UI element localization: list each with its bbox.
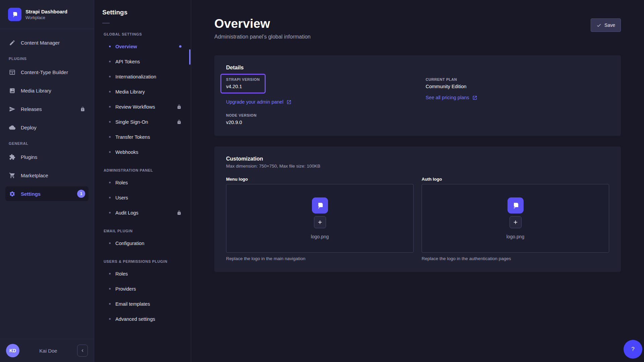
- subnav-title: Settings: [102, 9, 184, 16]
- subnav-item-transfer-tokens[interactable]: Transfer Tokens: [102, 129, 184, 144]
- menu-logo-label: Menu logo: [226, 177, 414, 182]
- subnav-item-single-sign-on[interactable]: Single Sign-On: [102, 114, 184, 129]
- subnav-item-label: Roles: [115, 271, 128, 277]
- upgrade-admin-panel-link[interactable]: Upgrade your admin panel: [226, 99, 291, 105]
- subnav-item-review-workflows[interactable]: Review Workflows: [102, 99, 184, 114]
- subnav-item-label: Advanced settings: [115, 316, 155, 322]
- subnav-item-webhooks[interactable]: Webhooks: [102, 144, 184, 160]
- subnav-item-advanced-settings[interactable]: Advanced settings: [102, 311, 184, 326]
- subnav-item-label: Media Library: [115, 89, 145, 95]
- subnav-item-overview[interactable]: Overview: [102, 39, 184, 54]
- subnav-item-media-library[interactable]: Media Library: [102, 84, 184, 99]
- sidebar-item-plugins[interactable]: Plugins: [5, 149, 89, 164]
- subnav-section-global-settings: GLOBAL SETTINGS: [104, 32, 184, 36]
- subnav-item-up-roles[interactable]: Roles: [102, 266, 184, 281]
- auth-logo-add-button[interactable]: [509, 216, 522, 228]
- subnav-item-users[interactable]: Users: [102, 190, 184, 205]
- subnav-item-label: Transfer Tokens: [115, 134, 150, 140]
- sidebar-item-label: Content Manager: [21, 40, 60, 46]
- auth-logo-label: Auth logo: [422, 177, 609, 182]
- main-content: Overview Administration panel’s global i…: [191, 0, 644, 362]
- pricing-plans-link[interactable]: See all pricing plans: [426, 95, 477, 100]
- bullet-icon: [109, 61, 111, 62]
- page-title: Overview: [214, 17, 311, 31]
- subnav-item-label: Configuration: [115, 241, 144, 246]
- subnav-section-users-permissions: USERS & PERMISSIONS PLUGIN: [104, 259, 184, 263]
- auth-logo-dropzone[interactable]: logo.png: [422, 184, 609, 253]
- external-link-icon: [472, 95, 477, 100]
- sidebar-item-label: Releases: [21, 106, 42, 112]
- bullet-icon: [109, 242, 111, 244]
- brand-text: Strapi Dashboard Workplace: [25, 8, 67, 20]
- bullet-icon: [109, 288, 111, 290]
- subnav-item-email-templates[interactable]: Email templates: [102, 296, 184, 311]
- subnav-item-api-tokens[interactable]: API Tokens: [102, 54, 184, 69]
- customization-subheading: Max dimension: 750×750, Max file size: 1…: [226, 164, 609, 169]
- subnav-item-audit-logs[interactable]: Audit Logs: [102, 205, 184, 220]
- details-card: Details STRAPI VERSION v4.20.1 Upgrade y…: [214, 55, 621, 136]
- subnav-item-label: Providers: [115, 286, 136, 292]
- subnav-item-label: Internationalization: [115, 74, 156, 79]
- subnav-item-label: Overview: [115, 44, 137, 49]
- sidebar-item-content-type-builder[interactable]: Content-Type Builder: [5, 65, 89, 79]
- strapi-version-highlight: STRAPI VERSION v4.20.1: [220, 74, 266, 94]
- bullet-icon: [109, 136, 111, 138]
- user-profile-row: KD Kai Doe: [0, 339, 94, 362]
- subnav-divider: [102, 23, 110, 23]
- auth-logo-caption: Replace the logo in the authentication p…: [422, 256, 609, 261]
- menu-logo-caption: Replace the logo in the main navigation: [226, 256, 414, 261]
- subnav-section-administration-panel: ADMINISTRATION PANEL: [104, 168, 184, 172]
- menu-logo-field: Menu logo logo.png Replace the logo in t…: [226, 177, 414, 261]
- bullet-icon: [109, 182, 111, 183]
- sidebar-item-content-manager[interactable]: Content Manager: [5, 35, 89, 50]
- subnav-item-configuration[interactable]: Configuration: [102, 236, 184, 251]
- menu-logo-add-button[interactable]: [314, 216, 326, 228]
- save-button[interactable]: Save: [591, 18, 621, 32]
- help-button[interactable]: ?: [624, 340, 642, 359]
- bullet-icon: [109, 212, 111, 214]
- workspace-brand[interactable]: Strapi Dashboard Workplace: [0, 0, 94, 29]
- user-name: Kai Doe: [23, 348, 74, 354]
- page-header: Overview Administration panel’s global i…: [191, 0, 644, 40]
- bullet-icon: [109, 273, 111, 275]
- sidebar-item-settings[interactable]: Settings 1: [5, 186, 89, 201]
- bullet-icon: [109, 106, 111, 108]
- subnav-item-label: Webhooks: [115, 149, 138, 155]
- sidebar-item-deploy[interactable]: Deploy: [5, 120, 89, 135]
- subnav-item-label: Users: [115, 195, 128, 200]
- sidebar-item-label: Deploy: [21, 125, 37, 130]
- puzzle-icon: [9, 154, 15, 160]
- overview-notification-dot: [179, 45, 181, 48]
- node-version-label: NODE VERSION: [226, 113, 257, 117]
- brand-workplace: Workplace: [25, 15, 67, 20]
- lock-icon: [80, 107, 85, 112]
- bullet-icon: [109, 91, 111, 93]
- pricing-link-label: See all pricing plans: [426, 95, 469, 100]
- paper-plane-icon: [9, 106, 15, 112]
- strapi-version-value: v4.20.1: [226, 84, 260, 89]
- menu-logo-dropzone[interactable]: logo.png: [226, 184, 414, 253]
- subnav-item-admin-roles[interactable]: Roles: [102, 175, 184, 190]
- pen-icon: [9, 39, 15, 46]
- lock-icon: [177, 120, 181, 124]
- avatar[interactable]: KD: [6, 344, 19, 357]
- bullet-icon: [109, 76, 111, 77]
- main-sidebar: Strapi Dashboard Workplace Content Manag…: [0, 0, 94, 362]
- sidebar-item-releases[interactable]: Releases: [5, 102, 89, 116]
- sidebar-item-marketplace[interactable]: Marketplace: [5, 168, 89, 183]
- subnav-scrollbar-thumb[interactable]: [189, 49, 191, 65]
- subnav-item-label: Roles: [115, 180, 128, 185]
- collapse-sidebar-button[interactable]: [77, 345, 88, 357]
- menu-logo-filename: logo.png: [311, 234, 329, 239]
- brand-title: Strapi Dashboard: [25, 8, 67, 15]
- sidebar-item-media-library[interactable]: Media Library: [5, 83, 89, 98]
- sidebar-section-general: GENERAL: [9, 141, 89, 145]
- app-window: Strapi Dashboard Workplace Content Manag…: [0, 0, 644, 362]
- subnav-item-internationalization[interactable]: Internationalization: [102, 69, 184, 84]
- logo-fields-row: Menu logo logo.png Replace the logo in t…: [226, 177, 609, 261]
- current-plan-field: CURRENT PLAN Community Edition: [426, 77, 467, 89]
- current-plan-label: CURRENT PLAN: [426, 77, 467, 81]
- subnav-item-label: Review Workflows: [115, 104, 155, 110]
- subnav-item-providers[interactable]: Providers: [102, 281, 184, 296]
- details-left-column: STRAPI VERSION v4.20.1 Upgrade your admi…: [226, 77, 410, 125]
